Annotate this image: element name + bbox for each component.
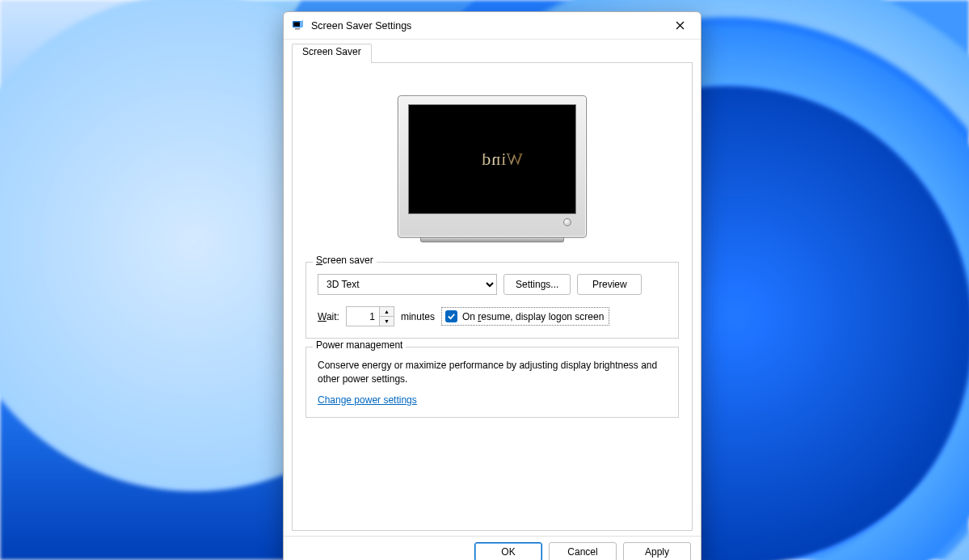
power-management-legend: Power management [313,339,406,351]
on-resume-label: On resume, display logon screen [462,311,604,322]
close-button[interactable] [662,15,697,37]
screensaver-select[interactable]: 3D Text [318,274,497,295]
svg-rect-2 [295,28,300,30]
power-management-group: Power management Conserve energy or maxi… [305,347,679,418]
monitor-preview: Windows [305,73,679,254]
on-resume-checkbox[interactable]: On resume, display logon screen [441,307,609,326]
screen-saver-group: Screen saver 3D Text Settings... Preview… [305,262,679,339]
cancel-button[interactable]: Cancel [549,542,617,561]
minutes-label: minutes [401,311,435,322]
screen-saver-legend: Screen saver [313,255,377,266]
change-power-settings-link[interactable]: Change power settings [318,394,417,406]
window-title: Screen Saver Settings [311,20,662,32]
spin-down-icon[interactable]: ▼ [380,317,394,326]
monitor-screen: Windows [408,104,576,214]
settings-button[interactable]: Settings... [503,274,571,295]
monitor-power-led-icon [563,218,571,226]
power-management-description: Conserve energy or maximize performance … [318,359,667,386]
apply-button[interactable]: Apply [623,542,691,561]
screensaver-preview-text: Windows [461,149,523,170]
tab-screen-saver[interactable]: Screen Saver [292,44,372,63]
screen-saver-settings-dialog: Screen Saver Settings Screen Saver Windo… [283,11,701,560]
wait-label: Wait: [318,311,339,322]
spin-up-icon[interactable]: ▲ [380,307,394,317]
screensaver-icon [292,19,305,32]
wait-input[interactable] [346,306,380,326]
tab-strip: Screen Saver [292,43,693,62]
titlebar[interactable]: Screen Saver Settings [284,12,701,40]
checkmark-icon [445,310,457,322]
wait-spinner[interactable]: ▲ ▼ [346,306,394,326]
dialog-footer: OK Cancel Apply [284,536,701,560]
tab-page: Windows Screen saver 3D Text Se [292,62,693,531]
ok-button[interactable]: OK [474,542,542,561]
preview-button[interactable]: Preview [577,274,642,295]
